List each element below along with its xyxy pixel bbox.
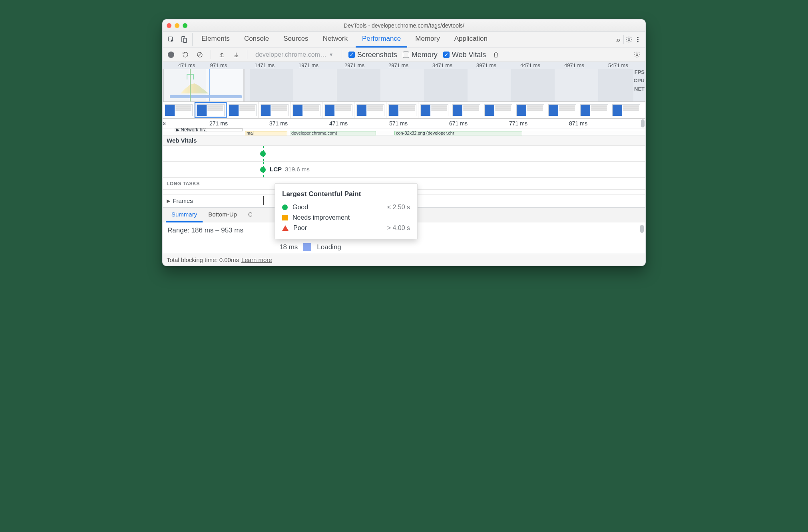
filmstrip-thumb[interactable]	[610, 102, 642, 118]
overview-chart[interactable]	[163, 69, 633, 101]
fullscreen-window-button[interactable]	[183, 23, 187, 28]
checkbox-icon	[443, 52, 450, 58]
session-dropdown[interactable]: developer.chrome.com… ▼	[254, 51, 335, 58]
lcp-tooltip: Largest Contentful Paint Good≤ 2.50 sNee…	[275, 183, 418, 239]
filmstrip-thumb[interactable]	[482, 102, 514, 118]
svg-point-4	[637, 37, 638, 38]
overview-panel[interactable]: 471 ms971 ms1471 ms1971 ms2971 ms2971 ms…	[163, 62, 645, 102]
delete-button[interactable]	[492, 50, 500, 59]
overview-lane-labels: FPS CPU NET	[634, 69, 645, 92]
filmstrip-thumb[interactable]	[386, 102, 418, 118]
statusbar: Total blocking time: 0.00ms Learn more	[163, 254, 645, 266]
clear-button[interactable]	[195, 50, 204, 59]
filmstrip-thumb[interactable]	[322, 102, 354, 118]
detail-ruler[interactable]: ns 271 ms371 ms471 ms571 ms671 ms771 ms8…	[163, 119, 645, 129]
filmstrip-thumb[interactable]	[354, 102, 386, 118]
details-tab-c[interactable]: C	[243, 208, 258, 222]
blocking-time-label: Total blocking time: 0.00ms	[167, 256, 239, 263]
learn-more-link[interactable]: Learn more	[241, 256, 272, 263]
tab-sources[interactable]: Sources	[277, 32, 314, 48]
loading-time: 18 ms	[279, 243, 298, 251]
session-name: developer.chrome.com…	[255, 51, 326, 58]
tooltip-row: Poor> 4.00 s	[282, 223, 410, 233]
panel-tabs: ElementsConsoleSourcesNetworkPerformance…	[194, 32, 495, 48]
tab-elements[interactable]: Elements	[195, 32, 236, 48]
caret-down-icon: ▼	[329, 52, 334, 58]
settings-icon[interactable]	[625, 35, 633, 44]
filmstrip-thumb[interactable]	[291, 102, 322, 118]
load-profile-button[interactable]	[217, 50, 226, 59]
tab-memory[interactable]: Memory	[409, 32, 446, 48]
vertical-scrollbar[interactable]	[640, 225, 644, 233]
filmstrip-thumb[interactable]	[450, 102, 482, 118]
checkbox-icon	[348, 52, 355, 58]
poor-triangle-icon	[282, 225, 289, 231]
checkbox-icon	[403, 52, 409, 58]
filmstrip-thumb[interactable]	[195, 102, 227, 118]
filmstrip-thumb[interactable]	[578, 102, 610, 118]
needs-improvement-square-icon	[282, 215, 288, 220]
webvitals-toggle[interactable]: Web Vitals	[443, 51, 486, 59]
tooltip-title: Largest Contentful Paint	[282, 190, 410, 198]
filmstrip-thumb[interactable]	[514, 102, 546, 118]
loading-swatch	[303, 243, 311, 251]
filmstrip-thumb[interactable]	[418, 102, 450, 118]
reload-record-button[interactable]	[181, 50, 190, 59]
memory-toggle[interactable]: Memory	[403, 51, 438, 59]
lcp-marker[interactable]	[260, 167, 266, 173]
details-tab-summary[interactable]: Summary	[166, 208, 203, 222]
loading-label: Loading	[317, 243, 341, 251]
overview-selection[interactable]	[163, 69, 245, 101]
filmstrip-thumb[interactable]	[259, 102, 291, 118]
svg-point-3	[628, 39, 630, 41]
lcp-label: LCP	[270, 166, 282, 173]
performance-toolbar: developer.chrome.com… ▼ Screenshots Memo…	[163, 48, 645, 62]
minimize-window-button[interactable]	[175, 23, 179, 28]
close-window-button[interactable]	[167, 23, 171, 28]
tab-application[interactable]: Application	[448, 32, 494, 48]
inspect-element-icon[interactable]	[167, 35, 175, 44]
tab-console[interactable]: Console	[238, 32, 275, 48]
tooltip-row: Needs improvement	[282, 212, 410, 223]
record-button[interactable]	[167, 50, 175, 59]
svg-rect-2	[183, 38, 187, 43]
tab-performance[interactable]: Performance	[356, 32, 407, 48]
devtools-window: DevTools - developer.chrome.com/tags/dev…	[162, 19, 646, 266]
panel-tabbar: ElementsConsoleSourcesNetworkPerformance…	[163, 32, 645, 48]
capture-settings-icon[interactable]	[633, 50, 641, 59]
svg-point-8	[636, 54, 638, 56]
filmstrip-thumb[interactable]	[227, 102, 259, 118]
screenshots-toggle[interactable]: Screenshots	[348, 51, 397, 59]
webvitals-lane-fcp[interactable]	[163, 146, 645, 162]
disclosure-triangle-icon[interactable]: ▶	[167, 198, 170, 204]
overview-ruler: 471 ms971 ms1471 ms1971 ms2971 ms2971 ms…	[163, 62, 645, 69]
section-webvitals-header[interactable]: Web Vitals	[163, 135, 645, 146]
tooltip-row: Good≤ 2.50 s	[282, 202, 410, 212]
filmstrip[interactable]	[163, 102, 645, 119]
traffic-lights	[167, 23, 187, 28]
lcp-value: 319.6 ms	[285, 166, 310, 173]
mac-titlebar[interactable]: DevTools - developer.chrome.com/tags/dev…	[163, 20, 645, 32]
tab-network[interactable]: Network	[316, 32, 354, 48]
flame-request-row[interactable]: mai developer.chrome.com) con-32x32.png …	[163, 131, 645, 135]
kebab-menu-icon[interactable]	[633, 35, 642, 44]
fcp-marker[interactable]	[260, 151, 266, 157]
more-tabs-icon[interactable]	[614, 35, 623, 44]
filmstrip-thumb[interactable]	[163, 102, 195, 118]
horizontal-scrollbar[interactable]	[641, 119, 645, 127]
svg-point-6	[637, 41, 638, 42]
window-title: DevTools - developer.chrome.com/tags/dev…	[163, 22, 645, 29]
save-profile-button[interactable]	[232, 50, 241, 59]
webvitals-lane-lcp[interactable]: LCP 319.6 ms	[163, 162, 645, 178]
device-toolbar-icon[interactable]	[179, 35, 188, 44]
svg-point-5	[637, 39, 638, 40]
filmstrip-thumb[interactable]	[546, 102, 578, 118]
good-circle-icon	[282, 204, 288, 210]
details-tab-bottomup[interactable]: Bottom-Up	[203, 208, 243, 222]
